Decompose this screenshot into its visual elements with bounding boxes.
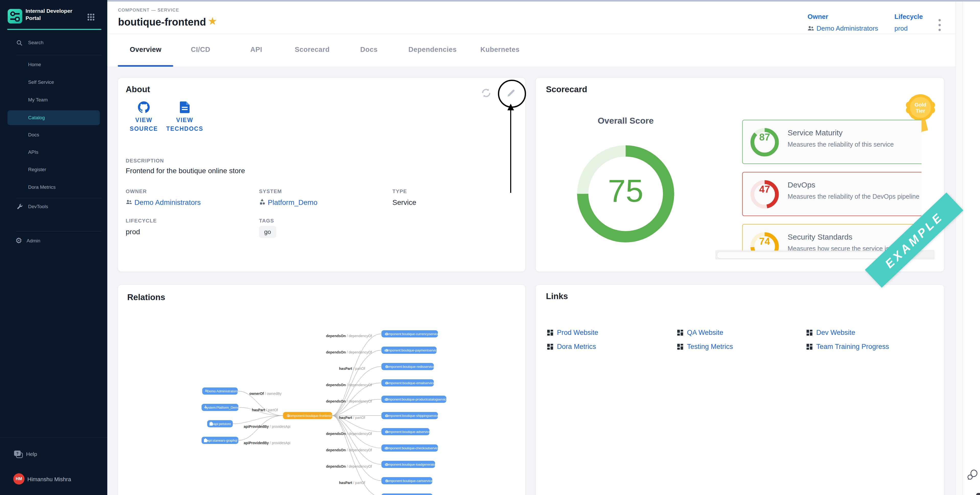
metric-card-devops[interactable]: 47DevOpsMeasures the reliability of the … [742,172,921,216]
graph-node-component-boutique-currencyservice[interactable]: ⚙component:boutique-currencyservice [382,330,439,337]
view-techdocs-button[interactable]: VIEW TECHDOCS [163,102,207,133]
dashboard-icon [677,344,683,350]
app-logo[interactable] [8,9,22,24]
tab-ci-cd[interactable]: CI/CD [191,46,210,54]
svg-text:component:boutique-paymentserv: component:boutique-paymentservice [384,349,438,352]
link-testing-metrics[interactable]: Testing Metrics [677,343,807,351]
annotation-arrowhead [508,104,514,110]
sidebar-search[interactable]: Search [7,38,100,53]
edge-label: dependsOn / dependencyOf [326,350,372,354]
sidebar-item-apis[interactable]: APIs [7,145,100,160]
graph-node-component-boutique-cartservice[interactable]: ⚙component:boutique-cartservice [382,477,433,484]
svg-text:component:boutique-adservice: component:boutique-adservice [385,430,431,434]
about-card: About VIEW SOURCE VIEW TECHDOCS DESCRIPT… [118,78,525,272]
edge-label: dependsOn / dependencyOf [326,334,372,338]
sidebar-item-home[interactable]: Home [7,57,100,72]
graph-node-system-platform-demo[interactable]: system:Platform_Demo [202,404,240,411]
link-label: Dora Metrics [557,343,596,351]
sidebar-item-docs[interactable]: Docs [7,127,100,142]
vertical-scrollbar[interactable] [956,2,963,495]
scorecard-card: Scorecard Gold Tier Overall Score 75 87S… [536,78,944,272]
about-card-title: About [126,84,150,94]
dashboard-icon [677,330,683,336]
owner-field-label: OWNER [126,188,147,194]
user-name: Himanshu Mishra [27,476,71,483]
svg-text:component:boutique-productcata: component:boutique-productcatalogservice [385,398,448,401]
system-field-link[interactable]: Platform_Demo [268,199,318,207]
svg-text:component:boutique-cartservice: component:boutique-cartservice [385,479,433,483]
tag-chip[interactable]: go [259,226,276,238]
kebab-menu-icon[interactable] [938,18,941,32]
graph-node-component-boutique-productcatalogservice[interactable]: ⚙component:boutique-productcatalogservic… [382,396,448,403]
dashboard-icon [547,330,554,336]
right-gutter-panel [963,2,980,495]
overall-score-value: 75 [576,172,676,209]
tab-dependencies[interactable]: Dependencies [408,46,457,54]
links-grid: Prod WebsiteQA WebsiteDev WebsiteDora Me… [547,329,931,351]
favorite-star-icon[interactable]: ★ [208,15,217,27]
chat-bubbles-icon[interactable] [966,468,979,481]
graph-node-api-starwars-graphql[interactable]: api:starwars-graphql [202,437,239,444]
graph-node-cutoff[interactable]: ⚙ [382,493,433,495]
link-dora-metrics[interactable]: Dora Metrics [547,343,677,351]
metric-card-service-maturity[interactable]: 87Service MaturityMeasures the reliabili… [742,120,921,164]
view-techdocs-label: VIEW TECHDOCS [163,116,207,133]
scorecard-metric-list: 87Service MaturityMeasures the reliabili… [714,117,921,251]
sidebar-user[interactable]: HM Himanshu Mishra [7,471,100,487]
tab-docs[interactable]: Docs [360,46,378,54]
lifecycle-label: Lifecycle [894,13,923,21]
edge-label: hasPart / partOf [252,408,278,412]
tab-api[interactable]: API [250,46,262,54]
owner-field-link[interactable]: Demo Administrators [134,199,201,207]
graph-node-boutique-frontend[interactable]: ⚙component:boutique-frontend [283,412,332,419]
graph-node-demo-administrators[interactable]: Demo Administrators [202,387,238,395]
sidebar-accent-divider [7,29,102,30]
link-team-training-progress[interactable]: Team Training Progress [807,343,931,351]
tab-kubernetes[interactable]: Kubernetes [480,46,520,54]
lifecycle-field-value: prod [126,228,140,236]
graph-node-component-boutique-emailservice[interactable]: ⚙component:boutique-emailservice [382,379,435,387]
edge-label: dependsOn / dependencyOf [326,383,372,387]
sidebar-item-self-service[interactable]: Self Service [7,75,100,90]
sidebar-item-dora-metrics[interactable]: Dora Metrics [7,180,100,195]
sidebar-item-devtools[interactable]: DevTools [7,200,100,214]
metric-description: Measures the reliability of this service [788,141,894,148]
svg-text:component:boutique-shippingser: component:boutique-shippingservice [385,414,439,418]
view-source-button[interactable]: VIEW SOURCE [127,102,161,133]
graph-node-component-boutique-adservice[interactable]: ⚙component:boutique-adservice [382,428,431,435]
graph-node-component-boutique-redisservice[interactable]: ⚙component:boutique-redisservice [382,363,434,370]
svg-text:component:boutique-frontend: component:boutique-frontend [288,414,332,418]
graph-node-component-boutique-loadgenerator[interactable]: ⚙component:boutique-loadgenerator [382,461,437,468]
graph-node-component-boutique-shippingservice[interactable]: ⚙component:boutique-shippingservice [382,412,439,419]
edge-label: dependsOn / dependencyOf [326,399,372,403]
edge-label: hasPart / partOf [339,366,365,371]
sidebar-search-label: Search [28,40,43,45]
app-switcher-grid-icon[interactable] [88,13,94,21]
link-qa-website[interactable]: QA Website [677,329,807,337]
metric-name: Service Maturity [788,129,843,137]
link-prod-website[interactable]: Prod Website [547,329,677,337]
graph-node-component-boutique-checkoutservice[interactable]: ⚙component:boutique-checkoutservice [382,444,439,452]
sidebar-item-catalog[interactable]: Catalog [7,110,100,125]
owner-link[interactable]: Demo Administrators [816,24,878,32]
sidebar-item-help[interactable]: ? Help [7,447,100,462]
graph-node-component-boutique-paymentservice[interactable]: ⚙component:boutique-paymentservice [382,347,439,354]
edge-label: dependsOn / dependencyOf [326,432,372,436]
sidebar-item-my-team[interactable]: My Team [7,92,100,107]
svg-text:component:boutique-loadgenerat: component:boutique-loadgenerator [385,463,437,466]
tab-scorecard[interactable]: Scorecard [295,46,330,54]
edge-label: dependsOn / dependencyOf [326,448,372,452]
annotation-arrow [510,107,511,193]
svg-text:?: ? [16,451,18,455]
svg-text:Gold: Gold [915,102,926,108]
link-dev-website[interactable]: Dev Website [807,329,931,337]
link-label: Prod Website [557,329,598,337]
avatar: HM [13,473,24,484]
sidebar-item-register[interactable]: Register [7,162,100,177]
techdocs-icon [180,102,189,113]
tab-overview[interactable]: Overview [130,46,161,54]
refresh-icon[interactable] [481,88,492,98]
sidebar-item-admin[interactable]: ⚙ Admin [7,234,100,248]
sidebar: Internal Developer Portal Search HomeSel… [0,0,107,495]
graph-node-api-petstore[interactable]: api:petstore [207,420,233,427]
